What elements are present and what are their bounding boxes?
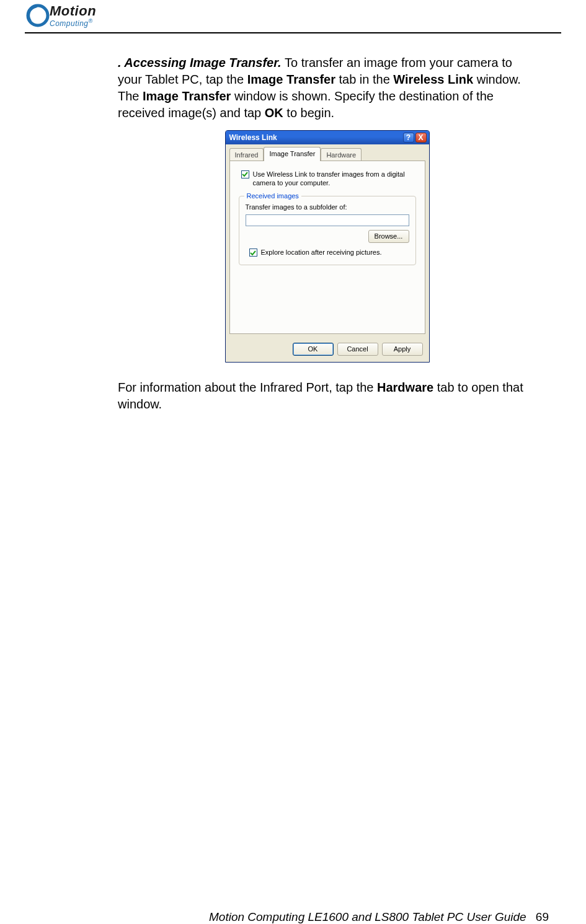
check-icon <box>242 171 248 177</box>
explore-location-checkbox[interactable] <box>249 249 257 257</box>
logo-sub-text: Computing® <box>50 18 96 28</box>
explore-location-label: Explore location after receiving picture… <box>261 248 382 257</box>
page-footer: Motion Computing LE1600 and LS800 Tablet… <box>209 910 549 924</box>
check-icon <box>250 250 256 256</box>
tab-row: Infrared Image Transfer Hardware <box>226 144 429 161</box>
apply-button[interactable]: Apply <box>382 343 423 356</box>
use-wireless-link-checkbox[interactable] <box>241 170 249 178</box>
body-content: . Accessing Image Transfer. To transfer … <box>118 55 536 413</box>
paragraph-2: For information about the Infrared Port,… <box>118 379 536 413</box>
logo-swirl-icon <box>25 2 51 29</box>
logo: Motion Computing® <box>25 2 96 29</box>
ok-button[interactable]: OK <box>293 343 334 356</box>
subfolder-path-input[interactable] <box>246 214 409 226</box>
logo-main-text: Motion <box>50 3 96 19</box>
received-images-fieldset: Received images Transfer images to a sub… <box>239 196 416 265</box>
page-header: Motion Computing® <box>25 0 561 32</box>
dialog-titlebar[interactable]: Wireless Link ? X <box>226 131 429 144</box>
dialog-button-row: OK Cancel Apply <box>226 338 429 362</box>
close-button[interactable]: X <box>415 133 427 143</box>
page-number: 69 <box>536 910 549 923</box>
cancel-button[interactable]: Cancel <box>337 343 378 356</box>
tab-image-transfer[interactable]: Image Transfer <box>264 147 321 161</box>
subfolder-label: Transfer images to a subfolder of: <box>246 203 409 212</box>
wireless-link-dialog: Wireless Link ? X Infrared Image Transfe… <box>225 130 430 363</box>
help-button[interactable]: ? <box>403 133 414 143</box>
tab-body: Use Wireless Link to transfer images fro… <box>229 161 425 334</box>
dialog-title: Wireless Link <box>229 133 402 143</box>
browse-button[interactable]: Browse... <box>368 230 409 243</box>
paragraph-1: . Accessing Image Transfer. To transfer … <box>118 55 536 121</box>
header-rule <box>25 32 561 33</box>
received-images-legend: Received images <box>244 191 301 201</box>
use-wireless-link-label: Use Wireless Link to transfer images fro… <box>253 170 417 188</box>
footer-text: Motion Computing LE1600 and LS800 Tablet… <box>209 910 526 923</box>
